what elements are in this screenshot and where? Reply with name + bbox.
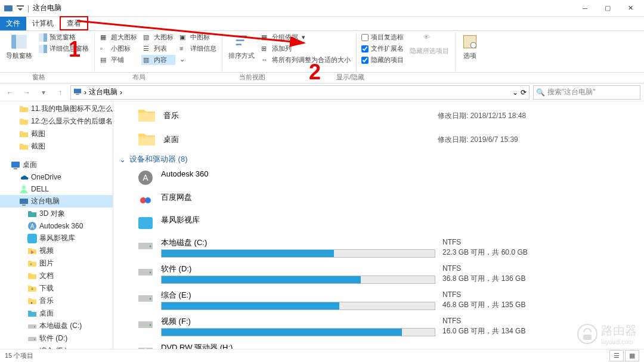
check-item-checkboxes[interactable]: 项目复选框	[360, 32, 405, 42]
tree-item[interactable]: 软件 (D:)	[0, 332, 113, 345]
history-dropdown[interactable]: ▾	[37, 86, 50, 99]
tab-computer[interactable]: 计算机	[26, 17, 60, 30]
drive-usage-bar	[161, 302, 435, 310]
dvd-item[interactable]: DVD RW 驱动器 (H:)	[113, 340, 644, 349]
tree-item[interactable]: 本地磁盘 (C:)	[0, 320, 113, 332]
drive-item[interactable]: 视频 (F:)NTFS16.0 GB 可用，共 134 GB	[113, 314, 644, 340]
tree-item[interactable]: 这台电脑	[0, 195, 113, 208]
tree-item[interactable]: 文档	[0, 270, 113, 282]
drive-item[interactable]: 软件 (D:)NTFS36.8 GB 可用，共 136 GB	[113, 261, 644, 287]
docs-icon	[27, 271, 37, 281]
svg-rect-13	[14, 168, 17, 169]
pictures-icon	[27, 259, 37, 268]
drive-usage-bar	[161, 328, 435, 336]
tree-label: OneDrive	[31, 173, 61, 181]
view-thumbnails-icon[interactable]: ▦	[625, 350, 639, 361]
svg-point-44	[150, 298, 151, 300]
svg-rect-22	[28, 324, 36, 329]
drive-icon	[137, 316, 154, 333]
forward-button[interactable]: →	[20, 86, 33, 99]
refresh-button[interactable]: ⟳	[521, 88, 527, 97]
app-item[interactable]: 百度网盘	[113, 190, 644, 212]
drive-usage-bar	[161, 276, 435, 284]
tree-item[interactable]: 3D 对象	[0, 208, 113, 220]
tree-item[interactable]: 下载	[0, 282, 113, 295]
tree-item[interactable]: 11.我的电脑图标不见怎么恢复	[0, 103, 113, 115]
layout-content[interactable]: ▥内容	[141, 55, 175, 65]
svg-point-14	[22, 185, 26, 189]
svg-rect-16	[22, 205, 26, 206]
layout-medium[interactable]: ▣中图标	[178, 32, 218, 42]
up-button[interactable]: ↑	[54, 86, 67, 99]
tree-item[interactable]: 桌面	[0, 159, 113, 171]
svg-rect-5	[44, 33, 47, 42]
app-item[interactable]: 暴风影视库	[113, 212, 644, 235]
folder-date: 修改日期: 2019/6/7 15:39	[438, 135, 518, 145]
breadcrumb[interactable]: › 这台电脑 › ⌄⟳	[70, 85, 530, 100]
drive-icon	[27, 334, 37, 344]
drive-icon	[137, 237, 154, 254]
section-header[interactable]: ⌄设备和驱动器 (8)	[113, 151, 644, 167]
maximize-button[interactable]: ▢	[596, 0, 619, 17]
tab-view[interactable]: 查看	[60, 16, 88, 30]
layout-large[interactable]: ▧大图标	[141, 32, 175, 42]
drive-item[interactable]: 综合 (E:)NTFS46.8 GB 可用，共 135 GB	[113, 287, 644, 314]
app-icon: A	[137, 169, 154, 186]
tree-label: 截图	[31, 129, 45, 139]
a360-icon: A	[27, 221, 37, 231]
folder-item[interactable]: 音乐修改日期: 2018/12/15 18:48	[113, 104, 644, 128]
tree-item[interactable]: 桌面	[0, 307, 113, 320]
nav-pane-button[interactable]: 导航窗格	[4, 32, 35, 61]
tree-item[interactable]: 综合 (E:)	[0, 345, 113, 349]
svg-rect-15	[20, 199, 28, 204]
layout-small[interactable]: ▫小图标	[98, 44, 139, 54]
view-details-icon[interactable]: ☰	[609, 350, 624, 361]
close-button[interactable]: ✕	[619, 0, 642, 17]
dvd-name: DVD RW 驱动器 (H:)	[161, 342, 435, 349]
downloads-icon	[27, 284, 37, 293]
app-name: 百度网盘	[161, 192, 435, 203]
drive-item[interactable]: 本地磁盘 (C:)NTFS22.3 GB 可用，共 60.0 GB	[113, 235, 644, 261]
folder-item[interactable]: 桌面修改日期: 2019/6/7 15:39	[113, 128, 644, 151]
tree-item[interactable]: OneDrive	[0, 171, 113, 183]
search-input[interactable]: 🔍 搜索"这台电脑"	[533, 85, 640, 100]
hide-selected-button: 👁隐藏所选项目	[407, 32, 451, 57]
tree-item[interactable]: DELL	[0, 183, 113, 195]
layout-tiles[interactable]: ▤平铺	[98, 55, 139, 65]
layout-details[interactable]: ≡详细信息	[178, 44, 218, 54]
back-button[interactable]: ←	[4, 86, 17, 99]
tab-file[interactable]: 文件	[0, 17, 26, 30]
search-icon: 🔍	[536, 88, 545, 97]
tree-item[interactable]: AAutodesk 360	[0, 220, 113, 232]
check-file-ext[interactable]: 文件扩展名	[360, 44, 405, 54]
tree-item[interactable]: 图片	[0, 257, 113, 270]
breadcrumb-item[interactable]: 这台电脑	[89, 87, 117, 97]
qat-dropdown-icon[interactable]	[16, 4, 25, 13]
layout-extra-large[interactable]: ▦超大图标	[98, 32, 139, 42]
minimize-button[interactable]: ─	[574, 0, 596, 17]
tree-label: 这台电脑	[31, 196, 60, 206]
system-icon	[4, 4, 13, 13]
ribbon-tabs: 文件 计算机 查看	[0, 17, 644, 31]
preview-pane-button[interactable]: 预览窗格	[37, 32, 91, 42]
details-pane-button[interactable]: 详细信息窗格	[37, 44, 91, 54]
layout-more[interactable]: ⌄	[178, 55, 218, 64]
check-hidden-items[interactable]: 隐藏的项目	[360, 55, 405, 65]
tree-item[interactable]: 截图	[0, 140, 113, 153]
drive-free: 46.8 GB 可用，共 135 GB	[442, 300, 525, 310]
tree-label: Autodesk 360	[39, 222, 83, 230]
tree-item[interactable]: 暴风影视库	[0, 232, 113, 245]
content-pane: 音乐修改日期: 2018/12/15 18:48桌面修改日期: 2019/6/7…	[113, 101, 644, 349]
drive-icon	[137, 290, 154, 307]
tree-item[interactable]: 截图	[0, 128, 113, 140]
tree-item[interactable]: 音乐	[0, 295, 113, 307]
groupby-button[interactable]: ▦分组依据▾	[259, 32, 352, 42]
tree-item[interactable]: 12.怎么显示文件的后缀名	[0, 115, 113, 128]
layout-list[interactable]: ☰列表	[141, 44, 175, 54]
app-item[interactable]: AAutodesk 360	[113, 167, 644, 190]
options-button[interactable]: 选项	[459, 32, 481, 61]
breadcrumb-chevron[interactable]: ⌄	[512, 88, 518, 97]
svg-point-40	[150, 246, 151, 247]
tree-item[interactable]: 视频	[0, 245, 113, 257]
sortby-button[interactable]: 排序方式	[226, 32, 257, 61]
